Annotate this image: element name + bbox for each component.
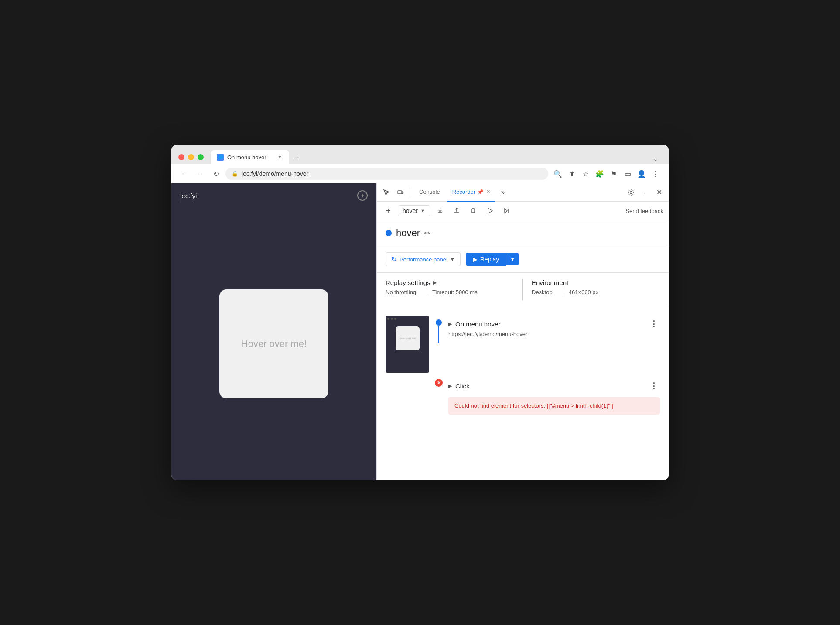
svg-rect-1 [402,192,403,194]
performance-panel-icon: ↻ [391,255,397,263]
kebab-menu-icon[interactable]: ⋮ [639,186,651,199]
replay-controls: ↻ Performance panel ▼ ▶ Replay ▼ [377,246,669,273]
browser-tab[interactable]: 🌐 On menu hover ✕ [211,150,289,164]
step-thumbnail: Hover over me! [386,316,429,373]
step-click-expand-icon[interactable]: ▶ [448,383,452,389]
performance-panel-arrow-icon: ▼ [450,257,455,262]
website-panel: jec.fyi ✦ Hover over me! [171,183,376,480]
recording-name-label: hover [396,227,420,239]
step-title-row: ▶ On menu hover ⋮ [448,316,660,330]
search-icon[interactable]: 🔍 [552,168,564,180]
thumb-dot-3 [394,318,396,320]
lock-icon: 🔒 [232,171,238,177]
col-divider [522,279,523,301]
thumb-content: Hover over me! [386,321,429,356]
tab-close-button[interactable]: ✕ [276,154,283,161]
step-click-more-button[interactable]: ⋮ [648,380,660,392]
step-click-title: Click [455,382,470,390]
steps-section: Hover over me! ▶ On menu hover [377,307,669,480]
performance-panel-button[interactable]: ↻ Performance panel ▼ [386,252,461,266]
flag-icon[interactable]: ⚑ [608,168,620,180]
performance-panel-label: Performance panel [400,256,447,263]
theme-toggle-icon[interactable]: ✦ [357,190,368,201]
replay-settings-title[interactable]: Replay settings ▶ [386,279,437,286]
settings-icon[interactable] [625,186,637,199]
recording-selector-value: hover [403,207,418,214]
dimensions-value: 461×660 px [569,289,604,295]
tab-expand-icon[interactable]: ⌄ [649,154,662,164]
environment-header: Environment [532,279,660,286]
svg-point-2 [630,191,632,193]
delete-button[interactable] [467,204,480,217]
back-button[interactable]: ← [178,168,191,180]
devtools-panel: Console Recorder 📌 ✕ » ⋮ ✕ [376,183,669,480]
tab-title: On menu hover [227,154,273,161]
thumb-header [386,316,429,321]
thumb-card: Hover over me! [396,326,420,350]
tab-console[interactable]: Console [414,183,445,202]
forward-button[interactable]: → [194,168,206,180]
address-input[interactable]: 🔒 jec.fyi/demo/menu-hover [225,168,548,180]
close-button[interactable] [178,154,184,160]
replay-dropdown-button[interactable]: ▼ [506,253,519,265]
menu-icon[interactable]: ⋮ [649,168,662,180]
step-dot-blue [436,319,442,326]
share-icon[interactable]: ⬆ [566,168,578,180]
add-recording-button[interactable]: + [382,205,394,217]
step-click-details: ▶ Click ⋮ [448,378,660,392]
browser-toolbar: 🔍 ⬆ ☆ 🧩 ⚑ ▭ 👤 ⋮ [552,168,662,180]
settings-two-col: Replay settings ▶ No throttling Timeout:… [386,279,660,301]
recorder-tab-close[interactable]: ✕ [486,189,490,195]
minimize-button[interactable] [188,154,194,160]
devtools-topbar: Console Recorder 📌 ✕ » ⋮ ✕ [377,183,669,202]
hover-card[interactable]: Hover over me! [219,289,328,398]
new-tab-button[interactable]: + [291,152,303,164]
selector-chevron-icon: ▼ [420,208,425,213]
refresh-button[interactable]: ↻ [210,168,222,180]
maximize-button[interactable] [198,154,204,160]
step-connector-2: ✕ [434,378,443,387]
address-bar: ← → ↻ 🔒 jec.fyi/demo/menu-hover 🔍 ⬆ ☆ 🧩 … [171,164,669,183]
traffic-lights [178,154,204,160]
step-expand-icon[interactable]: ▶ [448,321,452,327]
replay-button-label: Replay [480,256,499,263]
edit-recording-name-icon[interactable]: ✏ [424,229,430,237]
more-tabs-button[interactable]: » [497,189,508,196]
play-button[interactable] [483,204,496,217]
export-button[interactable] [434,204,447,217]
replay-play-icon: ▶ [473,256,478,263]
step-button[interactable] [500,204,513,217]
profile-icon[interactable]: 👤 [635,168,648,180]
env-detail-divider [563,288,563,296]
step-navigation-title: On menu hover [455,320,500,328]
import-button[interactable] [450,204,463,217]
address-text: jec.fyi/demo/menu-hover [242,170,308,177]
replay-settings-section: Replay settings ▶ No throttling Timeout:… [377,273,669,307]
sidebar-toggle-icon[interactable]: ▭ [621,168,634,180]
browser-window: 🌐 On menu hover ✕ + ⌄ ← → ↻ 🔒 jec.fyi/de… [171,145,669,480]
website-header: jec.fyi ✦ [171,183,376,208]
tab-recorder[interactable]: Recorder 📌 ✕ [447,183,495,202]
step-navigation-details: ▶ On menu hover ⋮ https://jec.fyi/demo/m… [448,316,660,337]
send-feedback-link[interactable]: Send feedback [625,208,663,214]
svg-rect-0 [398,191,402,194]
replay-settings-details: No throttling Timeout: 5000 ms [386,288,514,296]
timeout-value: Timeout: 5000 ms [432,289,483,295]
inspector-icon[interactable] [380,186,393,199]
step-navigation-more-button[interactable]: ⋮ [648,318,660,330]
device-toggle-icon[interactable] [394,186,406,199]
replay-button[interactable]: ▶ Replay [466,253,506,266]
thumb-dot-1 [387,318,389,320]
recording-header: hover ✏ [377,220,669,246]
hover-card-text: Hover over me! [241,338,307,350]
recording-selector[interactable]: hover ▼ [398,205,430,216]
bookmark-icon[interactable]: ☆ [580,168,592,180]
title-bar: 🌐 On menu hover ✕ + ⌄ [171,145,669,164]
extension-icon[interactable]: 🧩 [594,168,606,180]
main-content: jec.fyi ✦ Hover over me! [171,183,669,480]
step-connector-1 [434,316,443,343]
replay-settings-arrow-icon: ▶ [433,280,437,285]
error-box: Could not find element for selectors: [[… [448,397,660,415]
devtools-close-icon[interactable]: ✕ [653,186,665,199]
replay-settings-header: Replay settings ▶ [386,279,514,286]
